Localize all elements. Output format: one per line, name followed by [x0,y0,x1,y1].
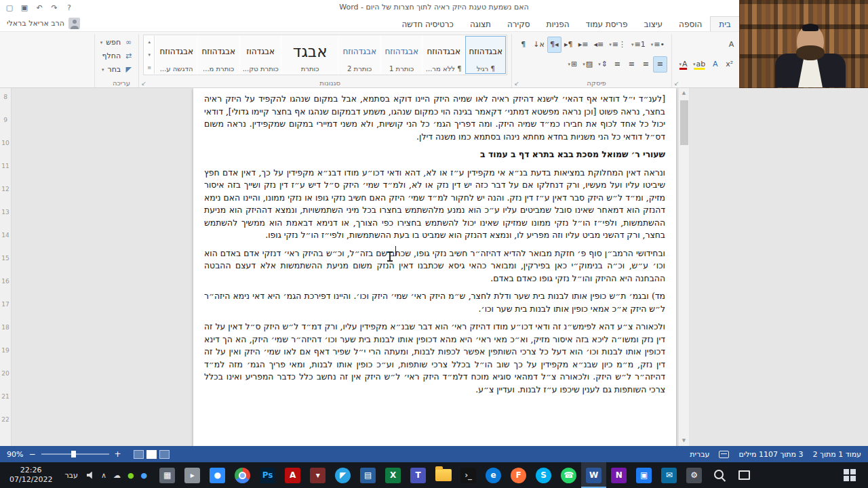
paragraph-decrease-indent-button[interactable]: ≡◂ [591,37,607,53]
style-subtle-emphasis[interactable]: אבגדהוזחכותרת מ... [198,36,239,74]
paragraph-show-marks-button[interactable]: ¶ [516,37,530,53]
style-title[interactable]: אבגדכותרת [282,36,338,74]
styles-more-icon[interactable]: ≡ [144,61,154,74]
taskbar-onenote[interactable]: N [606,462,631,488]
qat-save-button[interactable]: ▣ [18,1,31,14]
taskbar-edge[interactable]: e [481,462,506,488]
style-subtitle[interactable]: אבגדהוזכותרת טק... [240,36,281,74]
tab-review[interactable]: סקירה [499,17,538,31]
select-dropdown-icon[interactable]: ▾ [102,67,104,73]
numbering-dropdown-icon[interactable]: ▾ [631,42,634,47]
font-font-color-button[interactable]: A▾ [676,56,690,73]
paragraph-numbering-button[interactable]: 1≡▾ [629,37,648,53]
tab-new-tab[interactable]: כרטיסיה חדשה [393,17,461,31]
paragraph-ltr-direction-button[interactable]: ¶▸ [561,37,576,53]
borders-dropdown-icon[interactable]: ▾ [568,62,571,67]
find-dropdown-icon[interactable]: ▾ [100,40,103,45]
font-color-dropdown-icon[interactable]: ▾ [679,62,682,67]
tray-volume-icon[interactable] [83,472,98,479]
taskbar-whatsapp[interactable]: ☎ [556,462,581,488]
zoom-slider-thumb[interactable] [71,451,76,458]
tray-status-blue-icon[interactable]: ● [138,471,151,480]
word-count[interactable]: 3 מתוך 1107 מילים [738,450,803,459]
style-normal[interactable]: אבגדהוזח¶ רגיל [465,36,506,74]
shading-dropdown-icon[interactable]: ▾ [583,62,585,67]
web-layout-button[interactable] [159,450,170,459]
taskbar-app-tile[interactable]: ▦ [155,462,180,488]
style-emphasis[interactable]: אבגדהוזחהדגשה ע... [156,36,197,74]
paragraph-justify-button[interactable]: ≡ [610,56,625,73]
find-button[interactable]: ∞חפש▾ [99,36,134,49]
taskbar-search[interactable] [707,462,732,488]
taskbar-photoshop[interactable]: Ps [255,462,280,488]
keyboard-language-icon[interactable] [719,451,729,458]
language-indicator[interactable]: עברית [690,450,709,459]
taskbar-acrobat[interactable]: A [280,462,305,488]
select-button[interactable]: ◤בחר▾ [99,63,134,76]
account-info[interactable]: הרב אריאל בראלי [7,16,80,30]
taskbar-file-explorer[interactable] [431,462,456,488]
paragraph-increase-indent-button[interactable]: ≡▸ [576,37,591,53]
taskbar-language[interactable]: עבר [59,471,83,480]
font-text-effects-button[interactable]: A [708,56,722,73]
styles-scroll-down-icon[interactable]: ▾ [144,49,154,62]
style-no-spacing[interactable]: אבגדהוזח¶ ללא מר... [423,36,464,74]
scroll-down-icon[interactable]: ▼ [679,436,689,446]
page-indicator[interactable]: עמוד 1 מתוך 2 [813,450,861,459]
highlight-dropdown-icon[interactable]: ▾ [693,62,696,67]
tab-home[interactable]: בית [710,16,740,31]
taskbar-notes[interactable]: ▤ [355,462,380,488]
replace-button[interactable]: ⇄החלף [99,49,134,62]
paragraph-borders-button[interactable]: ⊞▾ [566,56,580,73]
taskbar-word[interactable]: W [581,462,606,488]
paragraph-sort-button[interactable]: א↓ [530,37,547,53]
tray-status-green-icon[interactable]: ● [124,471,138,480]
document-page[interactable]: [לענ״ד י״ל דודאי אף דהאי׳ לישנא דהיזק רא… [193,88,676,446]
line-spacing-dropdown-icon[interactable]: ▾ [598,62,601,67]
tray-onedrive-icon[interactable]: ☁ [110,471,124,480]
tray-tray-expand-icon[interactable]: ∧ [98,471,110,480]
font-superscript-button[interactable]: x² [722,56,736,73]
qat-undo-button[interactable]: ↶ [33,1,46,14]
paragraph-dialog-launcher-icon[interactable]: ↙ [514,80,519,87]
taskbar-terminal[interactable]: ›_ [456,462,481,488]
paragraph-align-left-button[interactable]: ≡ [625,56,639,73]
taskbar-skype[interactable]: S [531,462,556,488]
qat-app-window-button[interactable]: ▢ [3,1,16,14]
start-button[interactable] [834,462,865,488]
tab-insert[interactable]: הוספה [671,17,710,31]
taskbar-task-view[interactable] [732,462,757,488]
tab-design[interactable]: עיצוב [636,17,671,31]
multilevel-list-dropdown-icon[interactable]: ▾ [609,42,612,47]
paragraph-shading-button[interactable]: ▨▾ [580,56,595,73]
taskbar-zoom[interactable]: ● [205,462,230,488]
qat-help-button[interactable]: ? [62,1,76,14]
taskbar-installer[interactable]: ▾ [305,462,330,488]
paragraph-multilevel-list-button[interactable]: ⋮≡▾ [606,37,629,53]
zoom-in-button[interactable]: + [115,449,121,459]
taskbar-excel[interactable]: X [380,462,406,488]
taskbar-teams[interactable]: T [406,462,431,488]
taskbar-telegram[interactable]: ◤ [330,462,355,488]
taskbar-media-player[interactable]: ▸ [180,462,205,488]
taskbar-chrome[interactable] [230,462,255,488]
paragraph-align-center-button[interactable]: ≡ [639,56,653,73]
print-layout-button[interactable] [146,450,157,459]
scroll-thumb[interactable] [680,100,688,145]
tab-page-layout[interactable]: פריסת עמוד [578,17,636,31]
paragraph-bullets-button[interactable]: •≡▾ [648,37,667,53]
scroll-up-icon[interactable]: ▲ [679,88,689,98]
tab-references[interactable]: הפניות [538,17,578,31]
read-mode-button[interactable] [134,450,144,459]
taskbar-clock[interactable]: 22:26 07/12/2022 [3,466,59,485]
zoom-out-button[interactable]: − [28,449,35,459]
paragraph-align-right-button[interactable]: ≡ [653,56,667,73]
taskbar-photos[interactable]: ▣ [631,462,656,488]
tab-view[interactable]: תצוגה [462,17,499,31]
styles-scroll-up-icon[interactable]: ▴ [144,36,154,49]
paragraph-line-spacing-button[interactable]: ⇕▾ [595,56,610,73]
zoom-slider[interactable] [41,453,109,455]
font-dialog-launcher-icon[interactable]: ↙ [674,80,679,87]
taskbar-mail[interactable]: ✉ [656,462,682,488]
paragraph-rtl-direction-button[interactable]: ◂¶ [547,37,561,53]
